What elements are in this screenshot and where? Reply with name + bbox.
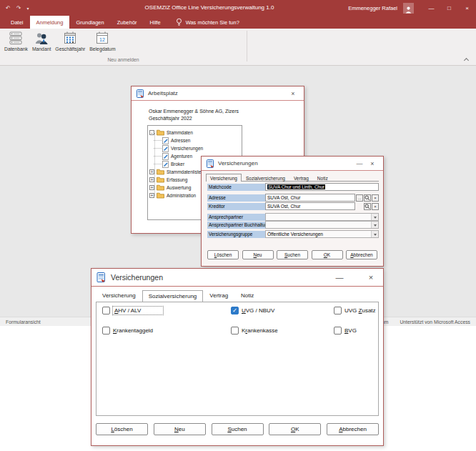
checkbox[interactable] — [334, 307, 342, 314]
checkbox[interactable] — [231, 307, 239, 314]
tab-datei[interactable]: Datei — [4, 16, 30, 29]
neu-button[interactable]: Neu — [154, 423, 206, 435]
uvg-nbuv-checkbox[interactable]: UVG / NBUV — [231, 307, 274, 314]
lightbulb-icon — [176, 18, 182, 27]
krankenkasse-checkbox[interactable]: Krankenkasse — [231, 327, 278, 334]
close-button[interactable]: × — [458, 0, 476, 16]
close-icon[interactable]: × — [366, 160, 379, 167]
customize-qat-icon[interactable]: ▾ — [26, 6, 29, 11]
minimize-icon[interactable]: — — [332, 273, 347, 282]
company-info: Oskar Emmenegger & Söhne AG, Zizers Gesc… — [149, 108, 239, 122]
search-icon[interactable] — [364, 203, 371, 210]
close-icon[interactable]: × — [363, 273, 379, 282]
clear-icon[interactable]: × — [372, 194, 379, 202]
loeschen-button[interactable]: Löschen — [207, 250, 239, 259]
chevron-down-icon[interactable] — [371, 231, 378, 237]
minimize-icon[interactable]: — — [353, 160, 366, 167]
geschaeftsjahr-button[interactable]: Geschäftsjahr — [53, 30, 87, 56]
tab-sozialversicherung[interactable]: Sozialversicherung — [142, 290, 204, 302]
maximize-button[interactable]: □ — [440, 0, 458, 16]
app-icon — [206, 159, 214, 168]
kreditor-field[interactable]: SUVA Ost, Chur — [265, 202, 355, 210]
tree-item-adressen[interactable]: Adressen — [149, 137, 240, 144]
chevron-down-icon[interactable] — [371, 214, 378, 220]
bvg-checkbox[interactable]: BVG — [334, 327, 357, 334]
tab-vertrag[interactable]: Vertrag — [203, 289, 234, 301]
adresse-row: Adresse SUVA Ost, Chur ... × — [207, 194, 379, 202]
minimize-button[interactable]: — — [422, 0, 440, 16]
kreditor-label: Kreditor — [207, 203, 265, 210]
datenbank-button[interactable]: Datenbank — [2, 30, 30, 56]
kreditor-row: Kreditor SUVA Ost, Chur × — [207, 202, 379, 210]
form-icon — [162, 145, 169, 152]
adresse-field[interactable]: SUVA Ost, Chur — [265, 194, 355, 202]
tab-grundlagen[interactable]: Grundlagen — [69, 16, 110, 29]
tab-vertrag[interactable]: Vertrag — [289, 174, 313, 182]
tree-connector — [154, 137, 162, 144]
ok-button[interactable]: OK — [269, 423, 321, 435]
tree-item-label: Stammdatenlisten — [167, 169, 204, 174]
collapse-ribbon-icon[interactable] — [464, 57, 469, 61]
checkbox[interactable] — [334, 327, 342, 334]
matchcode-field[interactable]: SUVA Chur und Linth, Chur — [265, 183, 379, 191]
abbrechen-button[interactable]: Abbrechen — [327, 423, 379, 435]
versicherung-titlebar[interactable]: Versicherungen — × — [202, 157, 383, 171]
ansprechpartner-dropdown[interactable] — [265, 213, 379, 221]
tab-notiz[interactable]: Notiz — [313, 174, 332, 182]
screen: ↶ ↷ ▾ OSEMZIZ Office Line Versicherungsv… — [0, 0, 476, 451]
tab-zubehoer[interactable]: Zubehör — [111, 16, 144, 29]
belegdatum-button[interactable]: 12 Belegdatum — [87, 30, 117, 56]
titlebar-right: Emmenegger Rafael — □ × — [348, 0, 476, 16]
signed-in-user[interactable]: Emmenegger Rafael — [348, 5, 397, 11]
arbeitsplatz-titlebar[interactable]: Arbeitsplatz × — [132, 86, 304, 101]
tree-expand-icon[interactable]: + — [149, 169, 154, 174]
uvg-zusatz-checkbox[interactable]: UVG Zusatz — [334, 307, 376, 314]
tree-collapse-icon[interactable]: - — [149, 130, 154, 135]
user-avatar[interactable] — [403, 3, 414, 14]
folder-icon — [157, 192, 164, 199]
ok-button[interactable]: OK — [312, 250, 343, 259]
folder-icon — [157, 169, 164, 175]
suchen-button[interactable]: Suchen — [212, 423, 264, 435]
krankentaggeld-label: Krankentaggeld — [113, 327, 153, 334]
tree-item-label: Versicherungen — [171, 146, 203, 151]
tree-expand-icon[interactable]: + — [149, 185, 154, 190]
tree-connector — [154, 160, 162, 168]
form-icon — [162, 137, 169, 144]
svg-text:12: 12 — [100, 37, 106, 42]
redo-icon[interactable]: ↷ — [16, 5, 21, 11]
tree-expand-icon[interactable]: + — [149, 177, 154, 182]
tree-item-versicherungen[interactable]: Versicherungen — [149, 144, 240, 152]
tab-anmeldung[interactable]: Anmeldung — [30, 16, 70, 29]
mandant-button[interactable]: Mandant — [30, 30, 53, 56]
tab-versicherung[interactable]: Versicherung — [206, 174, 242, 182]
versicherungsgruppe-dropdown[interactable]: Öffentliche Versicherungen — [265, 230, 379, 238]
browse-button[interactable]: ... — [356, 194, 363, 202]
checkbox[interactable] — [231, 327, 239, 334]
checkbox[interactable] — [102, 327, 110, 334]
ahv-alv-checkbox[interactable]: AHV / ALV — [102, 307, 163, 314]
tab-versicherung[interactable]: Versicherung — [96, 289, 142, 301]
tab-notiz[interactable]: Notiz — [234, 289, 260, 301]
clear-icon[interactable]: × — [372, 203, 379, 210]
tree-item-label: Agenturen — [171, 154, 192, 159]
search-icon[interactable] — [364, 194, 371, 202]
neu-button[interactable]: Neu — [242, 250, 274, 259]
tree-expand-icon[interactable]: + — [149, 193, 154, 198]
chevron-down-icon[interactable] — [371, 222, 378, 228]
person-icon — [405, 6, 412, 14]
loeschen-button[interactable]: Löschen — [96, 423, 148, 435]
suchen-button[interactable]: Suchen — [277, 250, 308, 259]
tab-sozialversicherung[interactable]: Sozialversicherung — [242, 174, 289, 182]
tellme-box[interactable]: Was möchten Sie tun? — [176, 16, 239, 29]
sozial-titlebar[interactable]: Versicherungen — × — [91, 269, 383, 287]
abbrechen-button[interactable]: Abbrechen — [346, 250, 377, 259]
undo-icon[interactable]: ↶ — [6, 5, 11, 11]
ansprechpartner-buchhaltung-dropdown[interactable] — [265, 221, 379, 229]
tree-item-stammdaten[interactable]: - Stammdaten — [149, 129, 240, 137]
checkbox[interactable] — [102, 307, 110, 314]
close-icon[interactable]: × — [287, 90, 299, 97]
tellme-label: Was möchten Sie tun? — [186, 19, 239, 26]
krankentaggeld-checkbox[interactable]: Krankentaggeld — [102, 327, 153, 334]
tab-hilfe[interactable]: Hilfe — [144, 16, 167, 29]
